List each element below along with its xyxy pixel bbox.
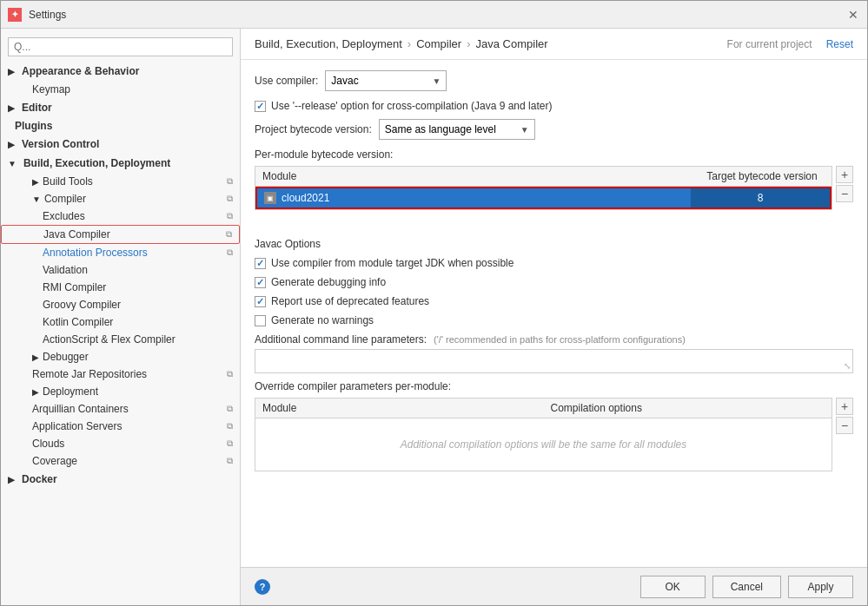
chevron-right-icon: ▶: [32, 352, 39, 362]
breadcrumb-part3: Java Compiler: [476, 37, 548, 50]
sidebar-item-label: Coverage: [32, 455, 77, 467]
sidebar-item-annotation-processors[interactable]: Annotation Processors ⧉: [1, 244, 240, 261]
chevron-right-icon: ▶: [8, 67, 15, 76]
copy-icon: ⧉: [227, 176, 233, 187]
bytecode-value: Same as language level: [385, 123, 496, 135]
override-table: Module Compilation options Additional co…: [255, 398, 832, 471]
sidebar-item-appearance-behavior[interactable]: ▶ Appearance & Behavior: [1, 62, 240, 81]
sidebar-item-label: Plugins: [15, 120, 52, 132]
sidebar-item-label: Kotlin Compiler: [43, 316, 113, 328]
main-content: Build, Execution, Deployment › Compiler …: [241, 29, 867, 605]
dropdown-arrow-icon: ▼: [520, 125, 529, 135]
remove-override-button[interactable]: −: [836, 417, 853, 434]
sidebar-item-kotlin-compiler[interactable]: Kotlin Compiler: [1, 313, 240, 331]
dropdown-arrow-icon: ▼: [432, 76, 441, 86]
sidebar-item-label: Groovy Compiler: [43, 299, 121, 311]
chevron-right-icon: ▶: [8, 140, 15, 149]
sidebar-item-validation[interactable]: Validation: [1, 261, 240, 279]
sidebar-item-build-execution[interactable]: ▼ Build, Execution, Deployment: [1, 154, 240, 173]
sidebar-item-label: Excludes: [43, 210, 85, 222]
javac-checkbox-3[interactable]: [255, 315, 266, 326]
copy-icon: ⧉: [227, 369, 233, 379]
sidebar-item-application-servers[interactable]: Application Servers ⧉: [1, 418, 240, 435]
for-current-project-label: For current project: [727, 38, 812, 50]
sidebar-group-label: Version Control: [22, 138, 99, 150]
sidebar-item-build-tools[interactable]: ▶ Build Tools ⧉: [1, 173, 240, 190]
javac-checkbox-1[interactable]: ✓: [255, 277, 266, 288]
sidebar-item-rmi-compiler[interactable]: RMI Compiler: [1, 279, 240, 296]
module-col-header: Module: [255, 167, 692, 186]
use-compiler-label: Use compiler:: [255, 75, 318, 87]
javac-checkbox-0[interactable]: ✓: [255, 258, 266, 269]
project-bytecode-dropdown[interactable]: Same as language level ▼: [379, 119, 535, 140]
sidebar-item-docker[interactable]: ▶ Docker: [1, 470, 240, 489]
per-module-table-container: Module Target bytecode version ▣ cloud20…: [255, 166, 853, 224]
project-bytecode-row: Project bytecode version: Same as langua…: [255, 119, 853, 140]
check-icon: ✓: [256, 277, 264, 288]
override-table-container: Module Compilation options Additional co…: [255, 398, 853, 478]
sidebar-item-excludes[interactable]: Excludes ⧉: [1, 207, 240, 225]
javac-checkbox-label-3: Generate no warnings: [271, 314, 374, 326]
module-cell: ▣ cloud2021: [257, 188, 691, 207]
cancel-button[interactable]: Cancel: [712, 576, 781, 598]
sidebar-item-label: Annotation Processors: [43, 247, 148, 259]
sidebar-item-label: Arquillian Containers: [32, 403, 129, 415]
sidebar-item-label: Debugger: [43, 351, 89, 363]
search-box: [1, 32, 240, 62]
chevron-right-icon: ▶: [32, 177, 39, 187]
help-button[interactable]: ?: [255, 579, 270, 595]
table-row[interactable]: ▣ cloud2021 8: [255, 187, 832, 209]
cross-compilation-checkbox-row: ✓ Use '--release' option for cross-compi…: [255, 100, 853, 112]
javac-checkbox-2[interactable]: ✓: [255, 296, 266, 307]
version-cell: 8: [691, 188, 830, 207]
remove-module-button[interactable]: −: [836, 185, 853, 202]
sidebar-item-editor[interactable]: ▶ Editor: [1, 98, 240, 117]
version-col-header: Target bytecode version: [692, 167, 832, 186]
settings-window: ✦ Settings ✕ ▶ Appearance & Behavior Key…: [0, 0, 868, 606]
additional-cmd-hint: ('/' recommended in paths for cross-plat…: [434, 334, 686, 345]
ok-button[interactable]: OK: [640, 576, 706, 598]
sidebar: ▶ Appearance & Behavior Keymap ▶ Editor …: [1, 29, 241, 605]
close-button[interactable]: ✕: [846, 8, 860, 22]
search-input[interactable]: [8, 37, 233, 56]
sidebar-item-deployment[interactable]: ▶ Deployment: [1, 383, 240, 400]
sidebar-item-compiler[interactable]: ▼ Compiler ⧉: [1, 190, 240, 207]
sidebar-item-coverage[interactable]: Coverage ⧉: [1, 452, 240, 470]
override-options-header: Compilation options: [544, 399, 832, 418]
per-module-table: Module Target bytecode version ▣ cloud20…: [255, 166, 832, 210]
copy-icon: ⧉: [227, 247, 233, 258]
add-module-button[interactable]: +: [836, 166, 853, 183]
sidebar-group-label: Editor: [22, 102, 52, 114]
copy-icon: ⧉: [227, 404, 233, 414]
reset-link[interactable]: Reset: [826, 38, 853, 50]
copy-icon: ⧉: [227, 438, 233, 449]
cross-compilation-checkbox[interactable]: ✓: [255, 101, 266, 112]
sidebar-item-plugins[interactable]: Plugins: [1, 117, 240, 135]
sidebar-item-keymap[interactable]: Keymap: [1, 81, 240, 98]
sidebar-group-label: Build, Execution, Deployment: [23, 157, 170, 169]
breadcrumb-sep2: ›: [467, 37, 470, 50]
sidebar-item-arquillian[interactable]: Arquillian Containers ⧉: [1, 400, 240, 418]
sidebar-item-debugger[interactable]: ▶ Debugger: [1, 348, 240, 366]
sidebar-item-java-compiler[interactable]: Java Compiler ⧉: [1, 225, 240, 244]
add-override-button[interactable]: +: [836, 398, 853, 415]
override-header: Module Compilation options: [255, 399, 832, 418]
sidebar-item-clouds[interactable]: Clouds ⧉: [1, 435, 240, 452]
apply-button[interactable]: Apply: [788, 576, 853, 598]
sidebar-item-label: Deployment: [43, 385, 98, 398]
sidebar-item-label: Validation: [43, 264, 88, 276]
sidebar-item-label: Keymap: [32, 83, 70, 96]
sidebar-item-remote-jar[interactable]: Remote Jar Repositories ⧉: [1, 366, 240, 383]
compiler-dropdown[interactable]: Javac ▼: [325, 70, 447, 91]
sidebar-item-groovy-compiler[interactable]: Groovy Compiler: [1, 296, 240, 313]
sidebar-item-label: ActionScript & Flex Compiler: [43, 333, 176, 346]
compiler-value: Javac: [331, 75, 358, 87]
javac-checkbox-label-2: Report use of deprecated features: [271, 295, 429, 307]
additional-cmd-input-area[interactable]: ⤡: [255, 349, 853, 373]
breadcrumb-part2: Compiler: [416, 37, 461, 50]
sidebar-item-version-control[interactable]: ▶ Version Control: [1, 135, 240, 154]
sidebar-item-actionscript-compiler[interactable]: ActionScript & Flex Compiler: [1, 331, 240, 348]
override-empty-text: Additional compilation options will be t…: [401, 438, 687, 451]
breadcrumb-sep1: ›: [407, 37, 411, 50]
copy-icon: ⧉: [227, 211, 233, 221]
